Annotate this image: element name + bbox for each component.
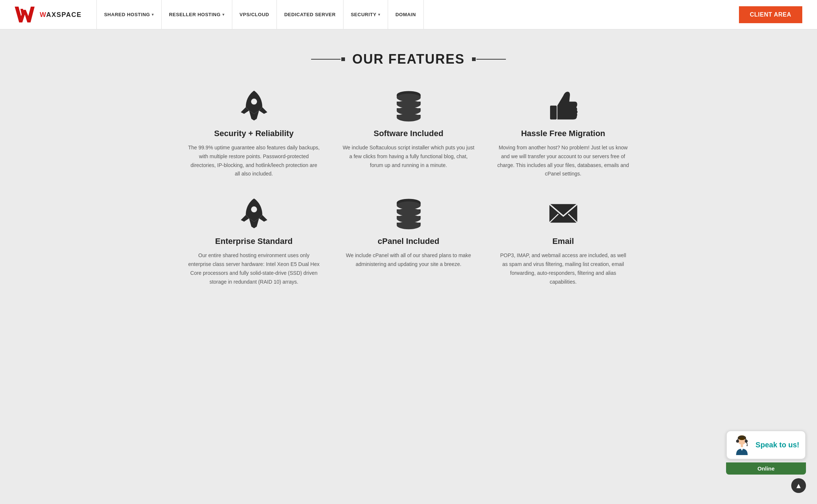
feature-desc-cpanel-included: We include cPanel with all of our shared… <box>342 251 475 269</box>
feature-card-enterprise-standard: Enterprise Standard Our entire shared ho… <box>188 197 320 286</box>
chat-widget[interactable]: Speak to us! Online ▲ <box>726 430 806 493</box>
feature-desc-software-included: We include Softaculous script installer … <box>342 143 475 170</box>
svg-point-11 <box>397 114 420 122</box>
svg-point-2 <box>251 99 257 104</box>
feature-desc-enterprise-standard: Our entire shared hosting environment us… <box>188 251 320 286</box>
database-icon <box>392 89 425 122</box>
feature-title-software-included: Software Included <box>374 129 443 138</box>
feature-title-enterprise-standard: Enterprise Standard <box>215 237 292 246</box>
svg-rect-31 <box>741 444 743 447</box>
title-line-right <box>471 57 506 61</box>
logo-text: WAXSPACE <box>40 11 82 18</box>
svg-point-30 <box>747 445 748 446</box>
feature-card-hassle-free-migration: Hassle Free Migration Moving from anothe… <box>497 89 630 178</box>
feature-title-email: Email <box>552 237 574 246</box>
client-area-button[interactable]: CLIENT AREA <box>739 6 802 23</box>
svg-point-13 <box>251 206 257 212</box>
header: WAXSPACE SHARED HOSTING ▾RESELLER HOSTIN… <box>0 0 817 29</box>
svg-point-28 <box>736 440 739 443</box>
email-icon <box>547 197 580 230</box>
logo[interactable]: WAXSPACE <box>15 4 82 25</box>
nav-caret-icon: ▾ <box>222 13 225 17</box>
features-grid: Security + Reliability The 99.9% uptime … <box>188 89 630 286</box>
nav-item-security[interactable]: SECURITY ▾ <box>344 0 388 29</box>
nav-label: SHARED HOSTING <box>104 12 150 17</box>
chat-speak-label: Speak to us! <box>756 441 799 449</box>
chat-avatar-icon <box>733 435 751 455</box>
nav-caret-icon: ▾ <box>152 13 154 17</box>
nav-label: VPS/CLOUD <box>240 12 269 17</box>
title-line-left <box>311 57 346 61</box>
svg-rect-12 <box>550 106 557 120</box>
rocket-icon <box>237 89 271 122</box>
feature-desc-hassle-free-migration: Moving from another host? No problem! Ju… <box>497 143 630 178</box>
main-content: OUR FEATURES Security + Reliability The … <box>0 29 817 504</box>
nav-label: DOMAIN <box>395 12 416 17</box>
rocket-icon <box>237 197 271 230</box>
feature-desc-security-reliability: The 99.9% uptime guarantee also features… <box>188 143 320 178</box>
svg-point-29 <box>745 440 748 443</box>
nav-caret-icon: ▾ <box>378 13 380 17</box>
nav-label: SECURITY <box>351 12 377 17</box>
svg-point-22 <box>397 221 420 230</box>
feature-title-security-reliability: Security + Reliability <box>214 129 294 138</box>
feature-card-email: Email POP3, IMAP, and webmail access are… <box>497 197 630 286</box>
section-title: OUR FEATURES <box>352 52 465 67</box>
feature-card-cpanel-included: cPanel Included We include cPanel with a… <box>342 197 475 286</box>
feature-card-security-reliability: Security + Reliability The 99.9% uptime … <box>188 89 320 178</box>
nav-item-domain[interactable]: DOMAIN <box>388 0 424 29</box>
nav-item-shared-hosting[interactable]: SHARED HOSTING ▾ <box>96 0 162 29</box>
database-icon <box>392 197 425 230</box>
nav-item-dedicated-server[interactable]: DEDICATED SERVER <box>277 0 344 29</box>
logo-icon <box>15 4 37 25</box>
feature-desc-email: POP3, IMAP, and webmail access are inclu… <box>497 251 630 286</box>
main-nav: SHARED HOSTING ▾RESELLER HOSTING ▾VPS/CL… <box>96 0 739 29</box>
chat-bubble[interactable]: Speak to us! <box>726 430 806 459</box>
nav-item-reseller-hosting[interactable]: RESELLER HOSTING ▾ <box>162 0 232 29</box>
nav-item-vps-cloud[interactable]: VPS/CLOUD <box>232 0 277 29</box>
section-title-row: OUR FEATURES <box>7 52 810 67</box>
nav-label: RESELLER HOSTING <box>169 12 221 17</box>
chat-online-bar[interactable]: Online <box>726 462 806 475</box>
feature-card-software-included: Software Included We include Softaculous… <box>342 89 475 178</box>
feature-title-cpanel-included: cPanel Included <box>378 237 440 246</box>
thumbsup-icon <box>547 89 580 122</box>
nav-label: DEDICATED SERVER <box>284 12 336 17</box>
scroll-top-button[interactable]: ▲ <box>791 478 806 493</box>
feature-title-hassle-free-migration: Hassle Free Migration <box>521 129 605 138</box>
